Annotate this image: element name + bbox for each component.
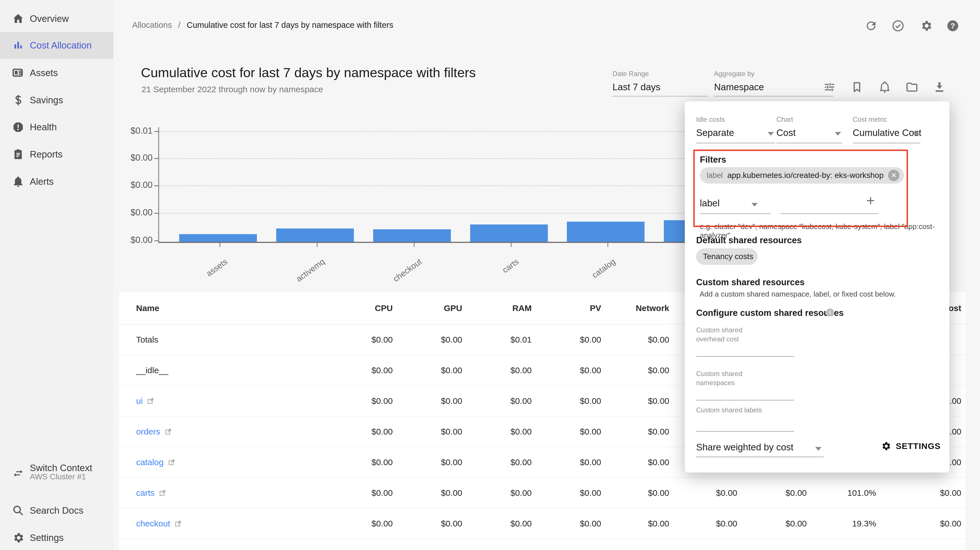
settings-button[interactable]: SETTINGS: [880, 441, 940, 451]
column-header-gpu[interactable]: GPU: [393, 303, 462, 313]
external-link-icon[interactable]: [159, 489, 167, 497]
filter-chip-value: app.kubernetes.io/created-by: eks-worksh…: [727, 171, 884, 180]
column-header-ram[interactable]: RAM: [462, 303, 532, 313]
value-cell: $0.00: [393, 335, 462, 344]
tenancy-costs-label: Tenancy costs: [703, 252, 753, 261]
bar-carts[interactable]: [470, 225, 548, 242]
sidebar-item-label: Settings: [30, 532, 64, 543]
field-input[interactable]: [696, 431, 794, 432]
row-name-cell: checkout: [136, 519, 323, 528]
value-cell: $0.00: [323, 519, 393, 528]
value-cell: $0.00: [876, 519, 961, 528]
bar-checkout[interactable]: [373, 229, 451, 242]
value-cell: $0.00: [532, 488, 601, 498]
value-cell: $0.00: [462, 458, 532, 467]
value-cell: 101.0%: [807, 488, 876, 498]
bar-activemq[interactable]: [276, 228, 354, 242]
column-header-name[interactable]: Name: [136, 303, 323, 313]
sidebar-item-settings[interactable]: Settings: [0, 524, 113, 550]
gridline: [158, 185, 703, 186]
date-range-select[interactable]: Last 7 days: [612, 82, 660, 92]
external-link-icon[interactable]: [164, 428, 172, 436]
select-label: Idle costs: [696, 115, 725, 123]
table-row-checkout: checkout$0.00$0.00$0.00$0.00$0.00$0.00$0…: [119, 508, 966, 539]
sidebar-item-assets[interactable]: Assets: [0, 60, 113, 86]
external-link-icon[interactable]: [146, 397, 154, 405]
external-link-icon[interactable]: [168, 458, 175, 466]
namespace-link[interactable]: carts: [136, 488, 154, 498]
gear-icon: [880, 441, 891, 451]
value-cell: $0.00: [393, 365, 462, 375]
refresh-icon[interactable]: [865, 19, 878, 32]
gear-icon[interactable]: [920, 19, 933, 32]
share-by-select[interactable]: Share weighted by cost: [696, 442, 794, 453]
external-link-icon[interactable]: [174, 520, 182, 528]
row-name-cell: __idle__: [136, 365, 323, 375]
settings-button-label: SETTINGS: [896, 441, 940, 451]
sidebar-item-label: Reports: [30, 149, 63, 160]
aggregate-by-select[interactable]: Namespace: [714, 82, 764, 92]
tenancy-costs-chip[interactable]: Tenancy costs: [696, 248, 758, 265]
select-value[interactable]: Cost: [776, 128, 796, 138]
edit-settings-panel: Idle costsSeparateChartCostCost metricCu…: [685, 101, 950, 472]
bookmark-icon[interactable]: [850, 81, 864, 94]
x-axis-label: checkout: [372, 257, 423, 298]
namespace-link[interactable]: ui: [136, 396, 143, 406]
help-icon[interactable]: ?: [946, 19, 959, 32]
value-cell: $0.00: [323, 458, 393, 467]
column-header-network[interactable]: Network: [601, 303, 669, 313]
tune-icon[interactable]: [823, 81, 836, 94]
filter-chip-remove-icon[interactable]: ✕: [888, 170, 899, 181]
filters-heading: Filters: [700, 155, 726, 165]
value-cell: $0.00: [462, 488, 532, 498]
namespace-link[interactable]: orders: [136, 427, 160, 437]
column-header-pv[interactable]: PV: [532, 303, 601, 313]
value-cell: $0.00: [532, 458, 601, 467]
sidebar-item-search-docs[interactable]: Search Docs: [0, 497, 113, 524]
value-cell: $0.00: [462, 427, 532, 437]
value-cell: $0.00: [532, 519, 601, 528]
field-input[interactable]: [696, 356, 794, 357]
filter-type-select[interactable]: label: [700, 198, 720, 209]
chevron-down-icon: [835, 132, 841, 136]
y-axis-tick: [154, 158, 158, 159]
sidebar-item-cost-allocation[interactable]: Cost Allocation: [0, 32, 113, 59]
row-name: __idle__: [136, 365, 168, 375]
filter-value-input[interactable]: [781, 214, 878, 214]
namespace-link[interactable]: checkout: [136, 519, 170, 528]
select-value[interactable]: Separate: [696, 128, 734, 138]
field-label: Custom sharednamespaces: [696, 369, 742, 387]
add-filter-button[interactable]: +: [866, 195, 875, 206]
bar-assets[interactable]: [179, 234, 257, 242]
table-row-carts: carts$0.00$0.00$0.00$0.00$0.00$0.00$0.00…: [119, 478, 966, 508]
x-axis-label: activemq: [275, 257, 326, 298]
sidebar-item-savings[interactable]: Savings: [0, 87, 113, 113]
gridline: [158, 131, 703, 132]
y-axis-tick: [154, 213, 158, 214]
download-icon[interactable]: [933, 81, 946, 94]
column-header-cpu[interactable]: CPU: [323, 303, 393, 313]
sidebar-item-reports[interactable]: Reports: [0, 141, 113, 168]
namespace-link[interactable]: catalog: [136, 458, 164, 467]
select-value[interactable]: Cumulative Cost: [853, 128, 921, 138]
x-axis-tick: [608, 243, 608, 247]
chevron-down-icon: [913, 132, 919, 136]
sidebar-item-health[interactable]: Health: [0, 114, 113, 140]
sidebar-item-switch-context[interactable]: Switch ContextAWS Cluster #1: [0, 458, 113, 491]
breadcrumb: Allocations / Cumulative cost for last 7…: [132, 21, 393, 30]
check-circle-icon[interactable]: [891, 19, 905, 32]
bell-icon[interactable]: [878, 81, 891, 94]
sidebar-item-overview[interactable]: Overview: [0, 5, 113, 32]
value-cell: $0.00: [393, 458, 462, 467]
assets-icon: [12, 67, 24, 79]
folder-icon[interactable]: [905, 81, 918, 94]
sidebar-item-alerts[interactable]: Alerts: [0, 168, 113, 195]
bar-catalog[interactable]: [567, 222, 644, 242]
aggregate-by-underline: [714, 96, 833, 97]
breadcrumb-section[interactable]: Allocations: [132, 21, 172, 30]
x-axis-tick: [317, 243, 318, 247]
sidebar: OverviewCost AllocationAssetsSavingsHeal…: [0, 0, 113, 550]
info-icon[interactable]: i: [826, 308, 834, 316]
sidebar-item-label: Overview: [30, 13, 69, 24]
field-input[interactable]: [696, 400, 794, 400]
